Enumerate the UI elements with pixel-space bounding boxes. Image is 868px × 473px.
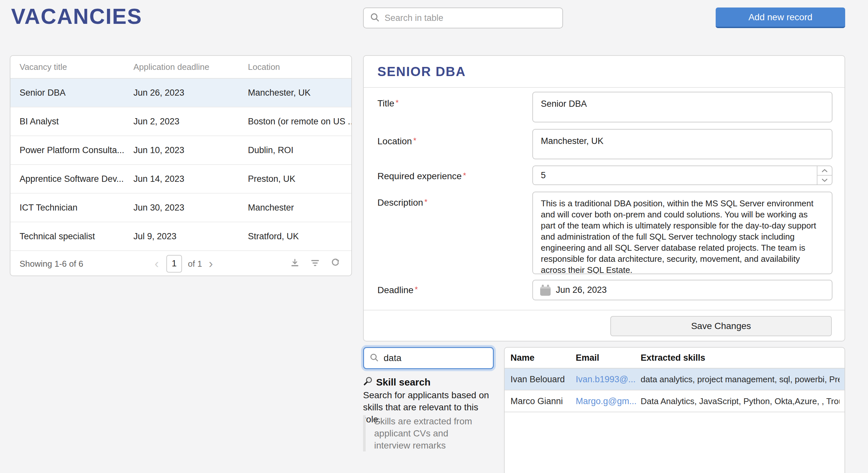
cell-location: Manchester (248, 203, 351, 213)
page-count-label: of 1 (188, 259, 202, 269)
experience-field[interactable]: 5 (532, 166, 832, 185)
table-search-box[interactable] (363, 7, 563, 28)
cell-location: Dublin, ROI (248, 145, 351, 155)
next-page-button[interactable]: › (209, 258, 213, 270)
required-asterisk: * (396, 98, 399, 107)
app-logo: VACANCIES (11, 4, 142, 29)
refresh-icon[interactable] (331, 258, 340, 270)
magnifier-emoji-icon (363, 376, 373, 388)
experience-value[interactable]: 5 (533, 166, 817, 184)
search-input[interactable] (384, 13, 557, 23)
divider (364, 87, 844, 88)
applicants-table: Name Email Extracted skills Ivan Belouar… (504, 347, 845, 473)
deadline-field-label: Deadline* (377, 285, 418, 295)
cell-deadline: Jun 30, 2023 (133, 203, 248, 213)
location-field-label: Location* (377, 136, 416, 147)
number-stepper (817, 166, 832, 184)
divider (364, 310, 844, 311)
stepper-up-button[interactable] (817, 166, 832, 176)
cell-vacancy-title: ICT Technician (20, 203, 133, 213)
detail-title: SENIOR DBA (377, 64, 466, 79)
applicant-email-link[interactable]: Ivan.b1993@... (576, 374, 638, 384)
table-row[interactable]: BI Analyst Jun 2, 2023 Boston (or remote… (10, 108, 351, 136)
deadline-field[interactable]: Jun 26, 2023 (532, 280, 832, 300)
table-footer-actions (290, 258, 340, 270)
description-field-label: Description* (377, 198, 427, 208)
title-field-label: Title* (377, 98, 399, 109)
table-row[interactable]: ICT Technician Jun 30, 2023 Manchester (10, 194, 351, 222)
column-header-email: Email (576, 353, 638, 363)
deadline-value: Jun 26, 2023 (556, 285, 607, 295)
cell-applicant-name: Marco Gianni (510, 396, 572, 406)
skill-search-query[interactable]: data (383, 353, 402, 363)
required-asterisk: * (413, 136, 416, 145)
location-field[interactable]: Manchester, UK (532, 129, 832, 159)
cell-deadline: Jun 2, 2023 (133, 117, 248, 127)
title-field[interactable]: Senior DBA (532, 92, 832, 122)
save-changes-button[interactable]: Save Changes (610, 316, 832, 336)
calendar-icon (540, 285, 551, 296)
cell-vacancy-title: BI Analyst (20, 117, 133, 127)
cell-deadline: Jun 10, 2023 (133, 145, 248, 155)
prev-page-button[interactable]: ‹ (155, 258, 159, 270)
vacancies-table: Vacancy title Application deadline Locat… (10, 55, 352, 276)
cell-location: Manchester, UK (248, 88, 351, 98)
rows-count-label: Showing 1-6 of 6 (20, 259, 83, 269)
cell-location: Preston, UK (248, 174, 351, 184)
table-row[interactable]: Senior DBA Jun 26, 2023 Manchester, UK (10, 79, 351, 108)
required-asterisk: * (424, 198, 427, 206)
app-screen: VACANCIES Add new record Vacancy title A… (0, 0, 868, 473)
table-footer: Showing 1-6 of 6 ‹ 1 of 1 › (10, 251, 351, 276)
filter-icon[interactable] (310, 258, 320, 270)
vacancies-table-header: Vacancy title Application deadline Locat… (10, 56, 351, 79)
cell-vacancy-title: Senior DBA (20, 88, 133, 98)
cell-vacancy-title: Apprentice Software Dev... (20, 174, 133, 184)
cell-deadline: Jul 9, 2023 (133, 231, 248, 242)
cell-deadline: Jun 26, 2023 (133, 88, 248, 98)
search-icon (369, 353, 379, 364)
cell-location: Boston (or remote on US ... (248, 117, 351, 127)
table-row[interactable]: Ivan Belouard Ivan.b1993@... data analyt… (505, 368, 844, 390)
cell-vacancy-title: Technical specialist (20, 231, 133, 242)
stepper-down-button[interactable] (817, 176, 832, 184)
table-row[interactable]: Marco Gianni Margo.g@gm... Data Analytic… (505, 390, 844, 412)
table-row[interactable]: Apprentice Software Dev... Jun 14, 2023 … (10, 165, 351, 194)
table-row[interactable]: Technical specialist Jul 9, 2023 Stratfo… (10, 222, 351, 251)
page-number-input[interactable]: 1 (166, 255, 182, 272)
search-icon (370, 12, 380, 24)
applicants-table-header: Name Email Extracted skills (505, 348, 844, 368)
skill-search-box[interactable]: data (363, 347, 494, 369)
vacancy-detail-panel: SENIOR DBA Title* Senior DBA Location* M… (363, 55, 845, 342)
cell-location: Stratford, UK (248, 231, 351, 242)
add-new-record-button[interactable]: Add new record (716, 7, 845, 28)
cell-extracted-skills: Data Analytics, JavaScript, Python, Okta… (641, 396, 840, 406)
column-header-application-deadline: Application deadline (133, 62, 248, 72)
download-icon[interactable] (290, 258, 300, 270)
cell-applicant-name: Ivan Belouard (510, 374, 572, 384)
skill-search-note: Skills are extracted from applicant CVs … (363, 415, 485, 451)
required-asterisk: * (415, 285, 418, 294)
cell-vacancy-title: Power Platform Consulta... (20, 145, 133, 155)
column-header-extracted-skills: Extracted skills (641, 353, 840, 363)
cell-deadline: Jun 14, 2023 (133, 174, 248, 184)
column-header-name: Name (510, 353, 572, 363)
skill-search-heading: Skill search (363, 376, 431, 388)
experience-field-label: Required experience* (377, 171, 466, 181)
applicant-email-link[interactable]: Margo.g@gm... (576, 396, 638, 406)
description-field[interactable]: This is a traditional DBA position, with… (532, 191, 832, 274)
column-header-vacancy-title: Vacancy title (20, 62, 133, 72)
column-header-location: Location (248, 62, 351, 72)
cell-extracted-skills: data analytics, project management, sql,… (641, 374, 840, 384)
required-asterisk: * (463, 171, 466, 180)
table-row[interactable]: Power Platform Consulta... Jun 10, 2023 … (10, 136, 351, 165)
